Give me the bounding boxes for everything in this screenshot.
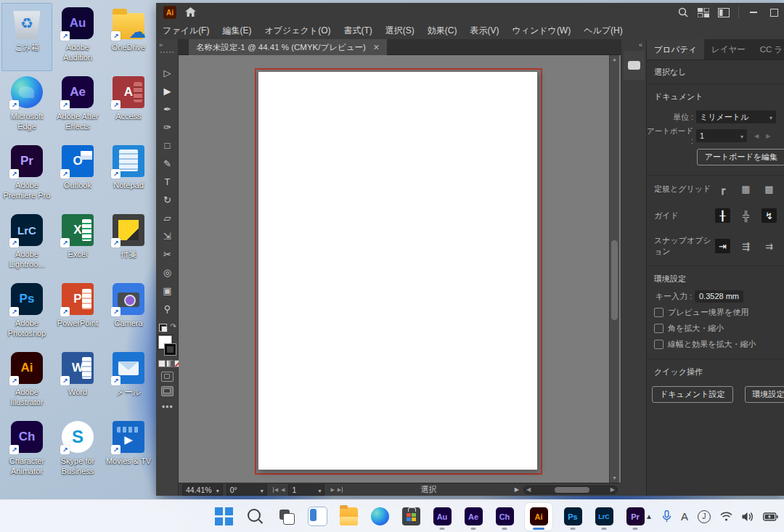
taskbar-photoshop[interactable]: Ps: [562, 503, 584, 531]
next-artboard-icon[interactable]: ▶: [330, 487, 334, 493]
scroll-down-icon[interactable]: ▼: [610, 474, 619, 483]
vertical-scrollbar[interactable]: ▲ ▼: [609, 55, 619, 483]
microphone-icon[interactable]: [662, 510, 671, 523]
checkbox[interactable]: [654, 308, 663, 317]
scroll-right-icon[interactable]: ▶: [611, 486, 615, 493]
menu-item[interactable]: 選択(S): [379, 22, 421, 39]
stroke-swatch[interactable]: [165, 344, 176, 355]
desktop-icon-word[interactable]: W Word: [52, 348, 103, 416]
menu-item[interactable]: 書式(T): [337, 22, 378, 39]
scroll-left-icon[interactable]: ◀: [526, 486, 531, 493]
type-tool[interactable]: T: [159, 173, 176, 191]
comments-button[interactable]: [624, 51, 645, 80]
previous-artboard-icon[interactable]: ◀: [754, 133, 759, 139]
taskbar-task-view-button[interactable]: [275, 503, 297, 531]
desktop-icon-edge[interactable]: Microsoft Edge: [1, 72, 52, 140]
taskbar-lightroom[interactable]: LrC: [593, 503, 615, 531]
default-fill-stroke-icon[interactable]: [159, 324, 167, 332]
drawing-modes-icon[interactable]: [161, 372, 173, 382]
zoom-tool[interactable]: ⚲: [159, 300, 176, 318]
taskbar-character-animator[interactable]: Ch: [494, 503, 515, 531]
ime-language-indicator[interactable]: J: [698, 510, 711, 523]
taskbar-file-explorer[interactable]: [338, 503, 359, 531]
preferences-button[interactable]: 環境設定: [745, 386, 784, 403]
desktop-icon-character-animator[interactable]: Ch Character Animator: [1, 417, 52, 485]
desktop-icon-outlook[interactable]: O Outlook: [52, 141, 103, 209]
wifi-icon[interactable]: [720, 512, 732, 521]
taskbar-widgets-button[interactable]: [306, 503, 328, 531]
snap-to-grid-button[interactable]: ⇶: [738, 239, 754, 253]
artboard-dropdown[interactable]: 1: [696, 129, 747, 142]
scroll-up-icon[interactable]: ▲: [610, 55, 619, 64]
search-icon[interactable]: [673, 4, 693, 20]
shape-builder-tool[interactable]: ◎: [159, 263, 176, 282]
taskbar-premiere[interactable]: Pr: [624, 503, 646, 531]
tray-overflow-icon[interactable]: ▲: [645, 512, 653, 520]
minimize-button[interactable]: [743, 4, 764, 20]
canvas[interactable]: ▲ ▼: [179, 55, 621, 483]
direct-selection-tool[interactable]: ▶: [159, 82, 176, 100]
zoom-level-dropdown[interactable]: 44.41%: [182, 484, 223, 496]
screen-mode-icon[interactable]: [161, 386, 173, 396]
desktop-icon-after-effects[interactable]: Ae Adobe After Effects: [52, 72, 103, 140]
menu-item[interactable]: 表示(V): [463, 22, 505, 39]
color-button[interactable]: [158, 360, 166, 367]
expand-toolbar-icon[interactable]: »: [159, 41, 163, 49]
checkbox[interactable]: [654, 324, 663, 333]
ime-mode-indicator[interactable]: A: [681, 510, 688, 523]
document-tab[interactable]: 名称未設定-1 @ 44.41 % (CMYK/プレビュー) ✕: [189, 39, 387, 55]
taskbar-after-effects[interactable]: Ae: [462, 503, 484, 531]
collapse-panels-icon[interactable]: «: [639, 41, 642, 49]
gradient-button[interactable]: [166, 360, 173, 367]
edit-toolbar-icon[interactable]: •••: [162, 402, 173, 412]
panel-tab[interactable]: プロパティ: [647, 39, 704, 60]
horizontal-scrollbar[interactable]: ◀ ▶: [523, 486, 618, 494]
lock-guides-button[interactable]: ╬: [738, 208, 754, 223]
vertical-scroll-thumb[interactable]: [611, 240, 618, 320]
menu-item[interactable]: ウィンドウ(W): [505, 22, 577, 39]
edit-artboards-button[interactable]: アートボードを編集: [697, 149, 784, 165]
next-artboard-icon[interactable]: ▶: [766, 133, 770, 139]
key-input-field[interactable]: 0.3528 mm: [695, 290, 743, 303]
desktop-icon-movies-tv[interactable]: ▶ Movies & TV: [103, 417, 154, 485]
first-artboard-icon[interactable]: ◀: [273, 487, 278, 493]
panel-tab[interactable]: CC ライブラリ: [753, 39, 784, 60]
battery-icon[interactable]: [763, 512, 778, 521]
paintbrush-tool[interactable]: ✎: [159, 155, 176, 173]
scale-tool[interactable]: ⇲: [159, 227, 176, 245]
snap-to-point-button[interactable]: ⇥: [715, 239, 730, 253]
show-guides-button[interactable]: ╂: [715, 208, 730, 223]
rotate-tool[interactable]: ↻: [159, 191, 176, 209]
rotation-dropdown[interactable]: 0°: [226, 484, 267, 496]
selection-tool[interactable]: ▷: [159, 64, 176, 82]
panel-tab[interactable]: レイヤー: [704, 39, 753, 60]
desktop-icon-premiere[interactable]: Pr Adobe Premiere Pro: [1, 141, 52, 209]
desktop-icon-audition[interactable]: Au Adobe Audition: [52, 3, 103, 71]
swap-fill-stroke-icon[interactable]: ↷: [171, 322, 176, 330]
illustrator-app-icon[interactable]: Ai: [163, 6, 176, 19]
taskbar-illustrator[interactable]: Ai: [525, 503, 552, 531]
desktop-icon-sticky-notes[interactable]: 付箋: [103, 210, 154, 278]
taskbar-search-button[interactable]: [244, 503, 266, 531]
menu-item[interactable]: ファイル(F): [156, 22, 216, 39]
curvature-tool[interactable]: ✑: [159, 118, 176, 136]
desktop-icon-illustrator[interactable]: Ai Adobe Illustrator: [1, 348, 52, 416]
volume-icon[interactable]: [742, 512, 754, 522]
menu-item[interactable]: 編集(E): [216, 22, 258, 39]
desktop-icon-skype[interactable]: S Skype for Business: [52, 417, 103, 485]
scissors-tool[interactable]: ✂: [159, 245, 176, 263]
rectangle-tool[interactable]: □: [159, 136, 176, 155]
desktop-icon-camera[interactable]: Camera: [103, 279, 154, 347]
desktop-icon-photoshop[interactable]: Ps Adobe Photoshop: [1, 279, 52, 347]
document-setup-button[interactable]: ドキュメント設定: [652, 386, 733, 403]
eraser-tool[interactable]: ▱: [159, 209, 176, 227]
show-transparency-grid-button[interactable]: ▩: [761, 181, 777, 196]
menu-item[interactable]: 効果(C): [421, 22, 464, 39]
close-tab-icon[interactable]: ✕: [373, 43, 380, 52]
taskbar-edge[interactable]: [369, 503, 391, 531]
artboard[interactable]: [258, 71, 538, 470]
show-rulers-button[interactable]: ┏: [715, 181, 730, 196]
menu-item[interactable]: オブジェクト(O): [258, 22, 337, 39]
show-grid-button[interactable]: ▦: [738, 181, 754, 196]
horizontal-scroll-thumb[interactable]: [555, 487, 589, 493]
